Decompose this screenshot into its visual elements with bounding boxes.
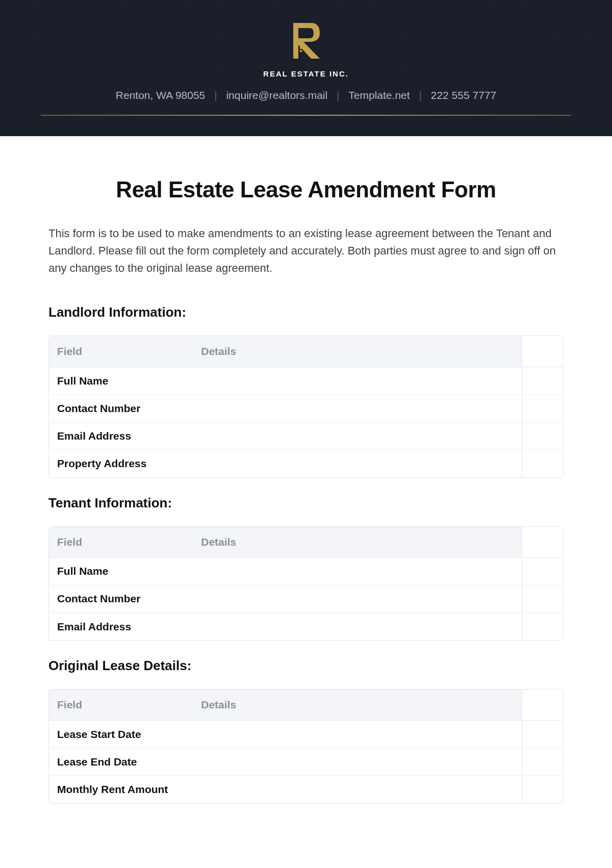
- field-input[interactable]: [193, 395, 522, 422]
- table-row: Email Address: [49, 422, 563, 450]
- column-header-extra: [522, 527, 563, 558]
- document-body: Real Estate Lease Amendment Form This fo…: [0, 136, 612, 804]
- extra-cell: [522, 450, 563, 477]
- field-label: Full Name: [49, 367, 193, 395]
- field-label: Full Name: [49, 557, 193, 585]
- table-row: Contact Number: [49, 585, 563, 612]
- field-label: Contact Number: [49, 395, 193, 422]
- column-header-field: Field: [49, 690, 193, 721]
- extra-cell: [522, 721, 563, 748]
- field-label: Email Address: [49, 422, 193, 450]
- extra-cell: [522, 557, 563, 585]
- field-label: Property Address: [49, 450, 193, 477]
- separator: |: [211, 89, 220, 101]
- tenant-table: Field Details Full Name Contact Number: [48, 526, 564, 641]
- logo-block: REAL ESTATE INC.: [0, 20, 612, 78]
- contact-address: Renton, WA 98055: [113, 89, 209, 101]
- table-row: Full Name: [49, 557, 563, 585]
- field-input[interactable]: [193, 557, 522, 585]
- table-row: Email Address: [49, 612, 563, 640]
- extra-cell: [522, 748, 563, 776]
- table-row: Monthly Rent Amount: [49, 776, 563, 803]
- extra-cell: [522, 776, 563, 803]
- document-header: REAL ESTATE INC. Renton, WA 98055 | inqu…: [0, 0, 612, 136]
- column-header-details: Details: [193, 336, 522, 367]
- company-name: REAL ESTATE INC.: [0, 69, 612, 78]
- field-input[interactable]: [193, 721, 522, 748]
- contact-info-row: Renton, WA 98055 | inquire@realtors.mail…: [0, 89, 612, 115]
- field-label: Lease End Date: [49, 748, 193, 776]
- table-row: Lease Start Date: [49, 721, 563, 748]
- field-label: Contact Number: [49, 585, 193, 612]
- svg-rect-1: [300, 50, 302, 52]
- column-header-details: Details: [193, 527, 522, 558]
- table-row: Lease End Date: [49, 748, 563, 776]
- header-bottom-space: [0, 116, 612, 136]
- extra-cell: [522, 367, 563, 395]
- table-row: Full Name: [49, 367, 563, 395]
- original-lease-table: Field Details Lease Start Date Lease End…: [48, 689, 564, 804]
- column-header-field: Field: [49, 527, 193, 558]
- field-input[interactable]: [193, 367, 522, 395]
- field-input[interactable]: [193, 748, 522, 776]
- contact-email: inquire@realtors.mail: [223, 89, 330, 101]
- intro-paragraph: This form is to be used to make amendmen…: [48, 225, 564, 277]
- extra-cell: [522, 422, 563, 450]
- field-input[interactable]: [193, 585, 522, 612]
- landlord-table: Field Details Full Name Contact Number: [48, 336, 564, 478]
- column-header-details: Details: [193, 690, 522, 721]
- field-label: Monthly Rent Amount: [49, 776, 193, 803]
- logo-icon: [283, 20, 329, 61]
- contact-website: Template.net: [345, 89, 413, 101]
- tenant-heading: Tenant Information:: [48, 495, 564, 511]
- original-lease-heading: Original Lease Details:: [48, 658, 564, 674]
- field-input[interactable]: [193, 776, 522, 803]
- column-header-field: Field: [49, 336, 193, 367]
- separator: |: [416, 89, 424, 101]
- landlord-heading: Landlord Information:: [48, 304, 564, 320]
- column-header-extra: [522, 690, 563, 721]
- extra-cell: [522, 585, 563, 612]
- page-title: Real Estate Lease Amendment Form: [48, 177, 564, 202]
- field-input[interactable]: [193, 450, 522, 477]
- table-row: Contact Number: [49, 395, 563, 422]
- separator: |: [334, 89, 342, 101]
- field-label: Email Address: [49, 612, 193, 640]
- column-header-extra: [522, 336, 563, 367]
- field-label: Lease Start Date: [49, 721, 193, 748]
- extra-cell: [522, 395, 563, 422]
- field-input[interactable]: [193, 612, 522, 640]
- table-row: Property Address: [49, 450, 563, 477]
- svg-rect-0: [300, 47, 302, 49]
- field-input[interactable]: [193, 422, 522, 450]
- contact-phone: 222 555 7777: [428, 89, 499, 101]
- extra-cell: [522, 612, 563, 640]
